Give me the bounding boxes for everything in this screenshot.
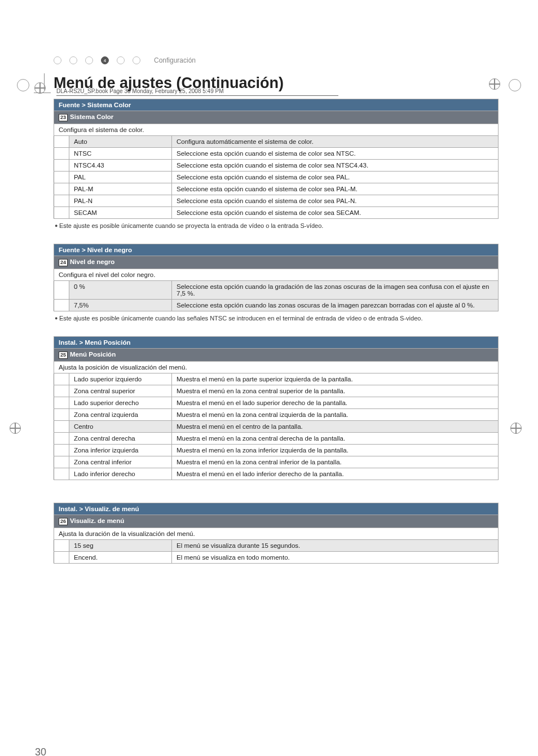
section2-sublabel: Nivel de negro [70,258,114,265]
option-key: Zona central inferior [69,456,172,468]
option-val: Seleccione esta opción cuando el sistema… [172,207,499,219]
option-key: Zona central superior [69,385,172,397]
option-val: Seleccione esta opción cuando la gradaci… [172,281,499,300]
option-val: Muestra el menú en el lado superior dere… [172,397,499,409]
crop-mark-mr [511,423,521,433]
section2-header: Fuente > Nivel de negro [54,244,499,256]
section1-note: Este ajuste es posible únicamente cuando… [55,222,499,229]
section3-sublabel: Menú Posición [70,351,116,358]
option-val: Muestra el menú en la zona inferior izqu… [172,445,499,456]
option-key: Auto [69,136,172,148]
crop-mark-tr [490,79,500,89]
option-key: 15 seg [69,540,172,552]
option-val: Configura automáticamente el sistema de … [172,136,499,148]
section3-subheader: 25Menú Posición [54,349,499,362]
option-key: PAL-M [69,183,172,195]
option-key: Zona inferior izquierda [69,445,172,456]
section1-sublabel: Sistema Color [70,113,113,120]
option-val: Seleccione esta opción cuando el sistema… [172,148,499,160]
corner-line-h [34,93,51,93]
section3-desc: Ajusta la posición de visualización del … [54,362,499,373]
section2-note: Este ajuste es posible únicamente cuando… [55,315,499,322]
option-val: Muestra el menú en la zona central infer… [172,456,499,468]
option-val: Seleccione esta opción cuando el sistema… [172,183,499,195]
reg-mark-tl [17,79,29,91]
section2-subheader: 24Nivel de negro [54,256,499,269]
option-val: Seleccione esta opción cuando el sistema… [172,172,499,183]
section1-desc: Configura el sistema de color. [54,124,499,136]
option-val: Muestra el menú en el lado inferior dere… [172,468,499,480]
corner-line-v [44,73,45,90]
option-val: El menú se visualiza durante 15 segundos… [172,540,499,552]
section-sistema-color: Fuente > Sistema Color 23Sistema Color C… [54,99,499,219]
section3-header: Instal. > Menú Posición [54,337,499,349]
option-key: 7,5% [69,300,172,311]
option-key: NTSC [69,148,172,160]
page-number: 30 [35,746,46,756]
option-key: Encend. [69,552,172,564]
option-val: El menú se visualiza en todo momento. [172,552,499,564]
crop-mark-ml [10,423,20,433]
option-val: Muestra el menú en la parte superior izq… [172,373,499,385]
section4-subheader: 26Visualiz. de menú [54,515,499,528]
section4-subnum: 26 [59,518,68,525]
section2-subnum: 24 [59,259,68,266]
section4-sublabel: Visualiz. de menú [70,517,124,524]
step-number: 4 [101,56,109,64]
option-key: Zona central izquierda [69,409,172,421]
option-key: Centro [69,421,172,433]
option-key: SECAM [69,207,172,219]
section-nivel-de-negro: Fuente > Nivel de negro 24Nivel de negro… [54,244,499,311]
reg-mark-tr [509,79,521,91]
section-menu-posicion: Instal. > Menú Posición 25Menú Posición … [54,336,499,480]
step-nav: 4 Configuración [54,56,499,64]
section1-header: Fuente > Sistema Color [54,99,499,111]
option-val: Muestra el menú en el centro de la panta… [172,421,499,433]
option-val: Seleccione esta opción cuando el sistema… [172,160,499,172]
section2-desc: Configura el nivel del color negro. [54,269,499,281]
section1-subheader: 23Sistema Color [54,111,499,124]
section-visualiz-de-menu: Instal. > Visualiz. de menú 26Visualiz. … [54,503,499,564]
option-val: Seleccione esta opción cuando el sistema… [172,195,499,207]
section1-subnum: 23 [59,114,68,121]
section4-header: Instal. > Visualiz. de menú [54,503,499,515]
option-val: Seleccione esta opción cuando las zonas … [172,300,499,311]
book-header-line: DLA-RS2U_SP.book Page 30 Monday, Februar… [56,88,338,96]
option-key: NTSC4.43 [69,160,172,172]
option-val: Muestra el menú en la zona central izqui… [172,409,499,421]
option-val: Muestra el menú en la zona central derec… [172,433,499,445]
section4-desc: Ajusta la duración de la visualización d… [54,528,499,540]
option-key: PAL [69,172,172,183]
option-key: PAL-N [69,195,172,207]
option-key: Lado inferior derecho [69,468,172,480]
option-key: Lado superior izquierdo [69,373,172,385]
option-key: Lado superior derecho [69,397,172,409]
section3-subnum: 25 [59,351,68,359]
option-key: 0 % [69,281,172,300]
option-key: Zona central derecha [69,433,172,445]
step-label: Configuración [154,56,196,64]
option-val: Muestra el menú en la zona central super… [172,385,499,397]
